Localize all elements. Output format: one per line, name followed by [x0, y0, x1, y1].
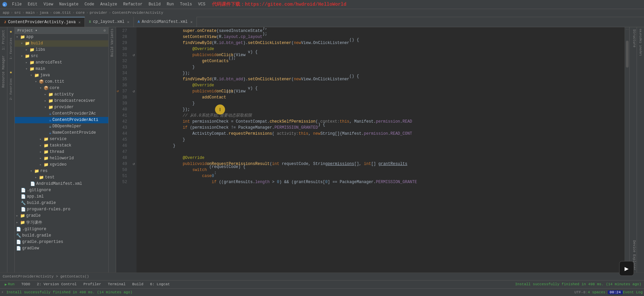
- tree-item-build[interactable]: ▾ 📁 build: [15, 40, 108, 47]
- menu-tools[interactable]: Tools: [177, 1, 195, 8]
- tree-item-gitignore-root[interactable]: 📄 .gitignore: [15, 226, 108, 232]
- resource-manager-label[interactable]: Resource Manager: [1, 53, 6, 90]
- breadcrumb-package[interactable]: com.ttit: [53, 11, 71, 15]
- file-tree: Project ▾ ⚙ ▾ 📁 app ▾ 📁 build ▸ 📁 libs: [15, 27, 109, 272]
- tree-item-res[interactable]: ▾ 📁 res: [15, 168, 108, 174]
- menu-edit[interactable]: Edit: [25, 1, 40, 8]
- menu-run[interactable]: Run: [164, 1, 177, 8]
- terminal-button[interactable]: Terminal: [106, 282, 127, 287]
- profiler-button[interactable]: Profiler: [82, 282, 103, 287]
- breadcrumb-app[interactable]: app: [3, 11, 9, 15]
- breadcrumb-java[interactable]: java: [40, 11, 48, 15]
- tree-item-helloworld[interactable]: ▸ 📁 helloworld: [15, 155, 108, 162]
- tree-item-proguard[interactable]: 📄 proguard-rules.pro: [15, 206, 108, 213]
- menu-navigate[interactable]: Navigate: [56, 1, 81, 8]
- bottom-bar: ⚡ Install successfully finished in 498 m…: [0, 288, 644, 296]
- menu-view[interactable]: View: [41, 1, 56, 8]
- tab-androidmanifest[interactable]: A AndroidManifest.xml ✕: [134, 17, 197, 27]
- favorites1-icon[interactable]: ★: [9, 29, 12, 34]
- tree-item-gradlew[interactable]: 📄 gradlew: [15, 245, 108, 252]
- tree-item-namecontentprovide[interactable]: ☕ NameContentProvide: [15, 130, 108, 136]
- xml-file-icon: X: [89, 20, 91, 24]
- menu-refactor[interactable]: Refactor: [120, 1, 145, 8]
- build-variants-label[interactable]: Build Variants: [110, 27, 115, 58]
- encoding-label[interactable]: UTF-8: [575, 290, 586, 294]
- tree-item-taskstack[interactable]: ▸ 📁 taskstack: [15, 142, 108, 149]
- menu-code[interactable]: Code: [82, 1, 97, 8]
- breadcrumb-provider[interactable]: provider: [90, 11, 107, 15]
- code-line-29: findViewById(R.id.btn_get).setOnClickLis…: [139, 40, 622, 46]
- favorites2-label[interactable]: 2- Favorites: [9, 76, 13, 103]
- tab-close-1[interactable]: ✕: [78, 20, 81, 25]
- indent-label[interactable]: 4 spaces: [588, 290, 605, 294]
- favorites2-icon[interactable]: ★: [9, 69, 12, 75]
- tree-item-libs[interactable]: ▸ 📁 libs: [15, 47, 108, 53]
- tree-item-gradle[interactable]: ▸ 📁 gradle: [15, 213, 108, 219]
- tree-item-broadcastreceiver[interactable]: ▸ 📁 broadcastreceiver: [15, 98, 108, 104]
- editor-area[interactable]: 27 28 29 30 31 32 33 34 35 36 37 ↺: [116, 27, 629, 272]
- menu-vcs[interactable]: VCS: [196, 1, 208, 8]
- app-window: A File Edit View Navigate Code Analyze R…: [0, 0, 644, 296]
- code-line-38: addContact(); I: [139, 94, 622, 100]
- tree-item-core[interactable]: ▾ 📦 core: [15, 85, 108, 91]
- breadcrumb-class[interactable]: ContentProviderActivity: [112, 11, 163, 15]
- logcat-button[interactable]: 6: Logcat: [148, 282, 172, 287]
- tree-item-dbopenhelper[interactable]: ☕ DBOpenHelper: [15, 123, 108, 130]
- tree-item-app[interactable]: ▾ 📁 app: [15, 34, 108, 40]
- code-line-37: public void onClick(View v) {: [139, 88, 622, 94]
- play-button[interactable]: ▶: [619, 261, 634, 276]
- breadcrumb-src[interactable]: src: [14, 11, 21, 15]
- tab-close-3[interactable]: ✕: [190, 20, 193, 24]
- layout-captures-label[interactable]: Layout Captures: [638, 27, 643, 57]
- build-button[interactable]: Build: [130, 282, 145, 287]
- code-line-42: int permissionCheck = ContextCompat.chec…: [139, 119, 622, 125]
- tree-item-buildgradle-app[interactable]: 🔧 build.gradle: [15, 200, 108, 206]
- code-line-46: }: [139, 143, 622, 149]
- event-log-label[interactable]: Event Log: [623, 290, 643, 294]
- menu-analyze[interactable]: Analyze: [98, 1, 120, 8]
- tree-item-test[interactable]: ▸ 📁 test: [15, 174, 108, 181]
- tree-item-src[interactable]: ▾ 📁 src: [15, 53, 108, 59]
- tree-item-buildgradle-root[interactable]: 🔧 build.gradle: [15, 232, 108, 239]
- tree-item-contentprovider2[interactable]: ☕ ContentProvider2Ac: [15, 111, 108, 117]
- project-options[interactable]: ⚙: [103, 28, 106, 33]
- code-content[interactable]: super.onCreate(savedInstanceState); setC…: [137, 27, 625, 272]
- tree-item-provider[interactable]: ▾ 📁 provider: [15, 104, 108, 111]
- run-button[interactable]: ▶ Run: [3, 282, 16, 287]
- project-panel-label[interactable]: 1: Project: [1, 27, 6, 53]
- tree-item-xgvideo[interactable]: ▸ 📁 xgvideo: [15, 162, 108, 168]
- tree-item-main[interactable]: ▾ 📁 main: [15, 66, 108, 72]
- tree-item-gitignore-app[interactable]: 📄 .gitignore: [15, 187, 108, 194]
- tree-item-service[interactable]: ▸ 📁 service: [15, 136, 108, 142]
- tree-item-appiml[interactable]: 📄 app.iml: [15, 194, 108, 200]
- breadcrumb-main[interactable]: main: [26, 11, 35, 15]
- favorites1-label[interactable]: 1- Favorites: [9, 35, 13, 62]
- tree-item-java[interactable]: ▾ 📁 java: [15, 72, 108, 79]
- tab-label-3: AndroidManifest.xml: [142, 19, 188, 24]
- breadcrumb-core[interactable]: core: [76, 11, 85, 15]
- tree-item-comttit[interactable]: ▾ 📦 com.ttit: [15, 79, 108, 85]
- right-panels: 27 28 29 30 31 32 33 34 35 36 37 ↺: [116, 27, 637, 272]
- tree-item-contentprovideractivity[interactable]: ☕ ContentProviderActi: [15, 117, 108, 123]
- menu-file[interactable]: File: [9, 1, 24, 8]
- tree-item-gradleproperties[interactable]: 📄 gradle.properties: [15, 239, 108, 245]
- version-control-button[interactable]: 2: Version Control: [35, 282, 79, 287]
- tab-contentprovideractivity[interactable]: J ContentProviderActivity.java ✕: [0, 17, 85, 27]
- todo-button[interactable]: TODO: [19, 282, 32, 287]
- tree-item-androidtest[interactable]: ▸ 📁 androidTest: [15, 59, 108, 66]
- code-line-35: findViewById(R.id.btn_add).setOnClickLis…: [139, 76, 622, 82]
- code-view: 27 28 29 30 31 32 33 34 35 36 37 ↺: [116, 27, 629, 272]
- tab-close-2[interactable]: ✕: [127, 20, 129, 24]
- scrollbar-vertical[interactable]: ||||||||||||||||||||||||||||||||||||||||…: [625, 27, 629, 272]
- structure-label[interactable]: Structure: [630, 27, 637, 49]
- tab-cplayout[interactable]: X cp_layout.xml ✕: [85, 17, 133, 27]
- tree-item-activity[interactable]: ▸ 📁 activity: [15, 91, 108, 98]
- menu-build[interactable]: Build: [146, 1, 163, 8]
- code-line-48: @Override: [139, 155, 622, 161]
- tree-item-thread[interactable]: ▸ 📁 thread: [15, 149, 108, 155]
- code-line-30: @Override: [139, 46, 622, 52]
- code-line-27: super.onCreate(savedInstanceState);: [139, 28, 622, 34]
- project-label: Project ▾: [17, 28, 37, 33]
- tree-item-lessons[interactable]: ▸ 📁 学习课件: [15, 219, 108, 226]
- tree-item-androidmanifest[interactable]: 📄 AndroidManifest.xml: [15, 181, 108, 187]
